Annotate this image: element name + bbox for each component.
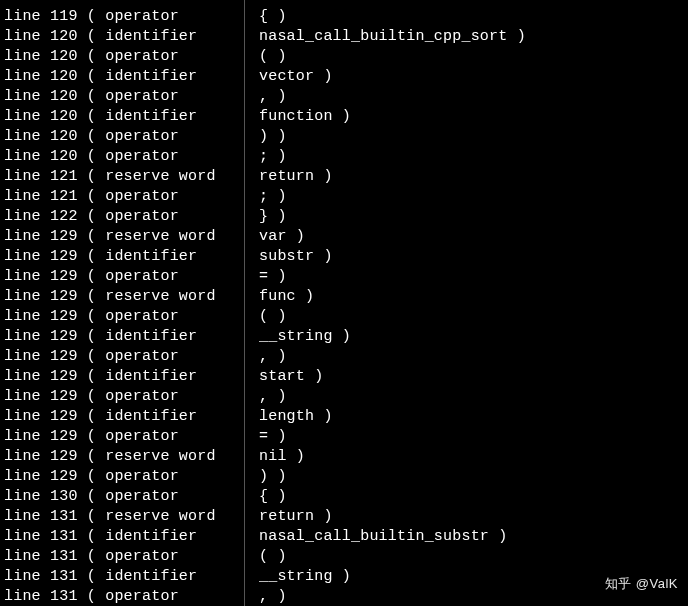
token-value: __string )	[259, 327, 688, 347]
token-info: line 129 ( operator	[4, 467, 244, 487]
token-info: line 120 ( operator	[4, 47, 244, 67]
token-info: line 121 ( operator	[4, 187, 244, 207]
token-info: line 129 ( reserve word	[4, 287, 244, 307]
token-info: line 131 ( operator	[4, 587, 244, 606]
token-value: , )	[259, 347, 688, 367]
token-info: line 120 ( identifier	[4, 27, 244, 47]
token-value: } )	[259, 207, 688, 227]
token-value: vector )	[259, 67, 688, 87]
token-value: { )	[259, 7, 688, 27]
token-info: line 122 ( operator	[4, 207, 244, 227]
token-info: line 129 ( reserve word	[4, 447, 244, 467]
token-value: length )	[259, 407, 688, 427]
token-value: function )	[259, 107, 688, 127]
token-info: line 131 ( reserve word	[4, 507, 244, 527]
token-value: ( )	[259, 47, 688, 67]
token-info: line 129 ( identifier	[4, 407, 244, 427]
watermark: 知乎 @ValK	[605, 574, 678, 594]
token-info: line 129 ( identifier	[4, 367, 244, 387]
token-value: = )	[259, 427, 688, 447]
token-value: substr )	[259, 247, 688, 267]
token-info: line 131 ( identifier	[4, 527, 244, 547]
token-value: nil )	[259, 447, 688, 467]
token-value: start )	[259, 367, 688, 387]
token-value: nasal_call_builtin_substr )	[259, 527, 688, 547]
token-value: = )	[259, 267, 688, 287]
token-value: nasal_call_builtin_cpp_sort )	[259, 27, 688, 47]
token-info: line 120 ( identifier	[4, 67, 244, 87]
token-value: , )	[259, 387, 688, 407]
token-info: line 131 ( operator	[4, 547, 244, 567]
token-value: , )	[259, 87, 688, 107]
token-info: line 129 ( reserve word	[4, 227, 244, 247]
token-info: line 130 ( operator	[4, 487, 244, 507]
token-info: line 129 ( operator	[4, 307, 244, 327]
token-info: line 120 ( operator	[4, 147, 244, 167]
token-value: ) )	[259, 127, 688, 147]
token-info: line 120 ( operator	[4, 87, 244, 107]
token-value: ; )	[259, 147, 688, 167]
token-info: line 120 ( identifier	[4, 107, 244, 127]
token-value: return )	[259, 167, 688, 187]
token-info: line 120 ( operator	[4, 127, 244, 147]
token-info: line 131 ( identifier	[4, 567, 244, 587]
lexer-output: line 119 ( operator line 120 ( identifie…	[0, 0, 688, 606]
token-value: func )	[259, 287, 688, 307]
token-info: line 129 ( operator	[4, 267, 244, 287]
token-left-column: line 119 ( operator line 120 ( identifie…	[0, 0, 245, 606]
token-right-column: { )nasal_call_builtin_cpp_sort )( )vecto…	[245, 0, 688, 606]
token-info: line 129 ( operator	[4, 347, 244, 367]
token-info: line 121 ( reserve word	[4, 167, 244, 187]
token-info: line 129 ( operator	[4, 387, 244, 407]
token-value: ( )	[259, 547, 688, 567]
token-info: line 129 ( identifier	[4, 247, 244, 267]
token-value: var )	[259, 227, 688, 247]
token-info: line 129 ( operator	[4, 427, 244, 447]
token-value: return )	[259, 507, 688, 527]
token-info: line 129 ( identifier	[4, 327, 244, 347]
token-value: { )	[259, 487, 688, 507]
token-info: line 119 ( operator	[4, 7, 244, 27]
token-value: ; )	[259, 187, 688, 207]
token-value: ) )	[259, 467, 688, 487]
token-value: ( )	[259, 307, 688, 327]
